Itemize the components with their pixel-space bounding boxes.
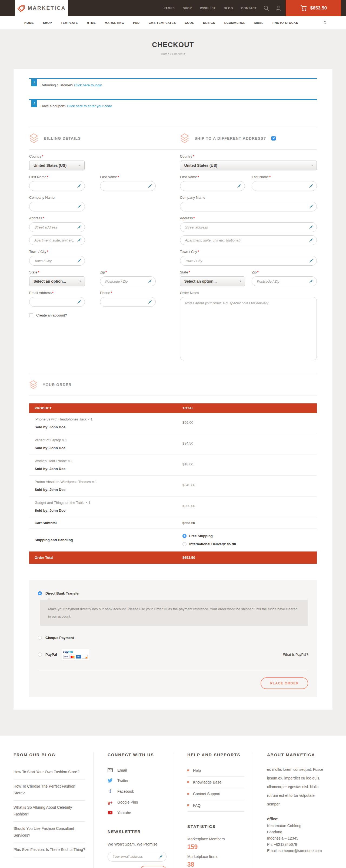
order-notes-textarea[interactable] [180,297,317,360]
coupon-notice: i Have a coupon? Click here to enter you… [29,99,317,112]
shipping-town-input[interactable] [180,256,317,266]
billing-first-name-input[interactable] [29,181,85,191]
topnav-shop[interactable]: SHOP [183,6,192,10]
help-link[interactable]: Help [187,765,245,777]
knowledge-base-link[interactable]: Knowladge Base [187,777,245,788]
shipping-first-name-input[interactable] [180,181,245,191]
pen-icon [237,184,241,188]
topnav-contact[interactable]: CONTACT [241,6,257,10]
billing-state-select[interactable]: Select an option... ▼ [29,276,85,286]
youtube-icon [108,811,113,815]
nav-html[interactable]: HTML [87,21,96,24]
shipping-apartment-input[interactable] [180,235,317,245]
breadcrumb-home[interactable]: Home [161,52,169,56]
search-icon[interactable] [263,5,269,11]
address-line: Email. someone@someone.com [267,848,324,854]
shipping-last-name-input[interactable] [252,181,317,191]
topnav-blog[interactable]: BLOG [224,6,233,10]
sign-up-button[interactable]: SIGN UP [140,866,167,868]
free-shipping-option[interactable]: Free Shipping [182,534,236,538]
topnav-pages[interactable]: PAGES [164,6,175,10]
billing-email-input[interactable] [29,297,85,307]
radio-icon[interactable] [38,636,42,640]
nav-psd[interactable]: PSD [133,21,139,24]
info-icon: i [31,100,37,107]
international-delivery-option[interactable]: International Delivery: $5.90 [182,542,236,546]
billing-country-select[interactable]: United States (US) ▼ [29,160,84,170]
nav-muse[interactable]: MUSE [254,21,264,24]
topnav-wishlist[interactable]: WISHLIST [200,6,216,10]
layers-icon [29,380,37,390]
youtube-link[interactable]: Youtube [108,808,165,818]
table-row: Gadget and Things on the Table × 1 Sold … [29,497,317,517]
create-account-checkbox[interactable] [29,313,33,317]
subtotal-value: $653.50 [182,521,195,525]
list-item[interactable]: How To Start Your Own Fashion Store? [13,765,85,780]
nav-code[interactable]: CODE [185,21,194,24]
billing-town-input[interactable] [29,256,85,266]
billing-last-name-input[interactable] [100,181,156,191]
pen-icon [77,238,81,242]
list-item[interactable]: What is So Alluring About Celebrity Fash… [13,801,85,822]
email-link[interactable]: Email [108,765,165,775]
user-account-icon[interactable] [275,5,281,11]
logo[interactable]: MARKETICA [15,0,68,16]
shipping-country-select[interactable]: United States (US) ▼ [180,160,317,170]
billing-phone-input[interactable] [100,297,156,307]
what-is-paypal-link[interactable]: What is PayPal? [283,653,308,656]
mastercard-icon [69,655,75,659]
radio-icon[interactable] [182,542,186,546]
product-name: Variant of Laptop × 1 [35,438,182,442]
place-order-button[interactable]: PLACE ORDER [261,677,308,689]
login-link[interactable]: Click here to login [74,83,102,87]
twitter-link[interactable]: Twitter [108,775,165,786]
nav-photo-stocks[interactable]: PHOTO STOCKS [273,21,298,24]
paypal-option[interactable]: PayPal PayPal VISA AMEX What is PayPal? [38,649,308,660]
shipping-state-select[interactable]: Select an option... ▼ [180,276,245,286]
nav-home[interactable]: HOME [24,21,34,24]
pen-icon [309,279,313,283]
facebook-link[interactable]: f Facebook [108,786,165,797]
contact-support-link[interactable]: Contact Support [187,788,245,800]
table-row: Proton Absolute Wordpress Themes × 1 Sol… [29,476,317,497]
pen-icon [309,184,313,188]
faq-link[interactable]: FAQ [187,800,245,812]
chevron-down-double-icon[interactable] [323,21,326,24]
nav-marketing[interactable]: MARKETING [105,21,124,24]
table-row: Variant of Laptop × 1 Sold by: John Doe … [29,434,317,455]
nav-cms-templates[interactable]: CMS TEMPLATES [149,21,176,24]
shipping-last-name-label: Last Name [252,175,269,179]
returning-customer-notice: i Returning customer? Click here to logi… [29,78,317,92]
nav-design[interactable]: DESIGN [203,21,215,24]
nav-template[interactable]: TEMPLATE [61,21,78,24]
bank-transfer-option[interactable]: Direct Bank Transfer [38,591,308,595]
billing-company-input[interactable] [29,202,85,212]
coupon-link[interactable]: Click here to enter your code [67,104,112,108]
paypal-cards-image: PayPal VISA AMEX [62,649,89,660]
nav-shop[interactable]: SHOP [43,21,52,24]
list-item[interactable]: Plus Size Fashion: Is There Such a Thing… [13,843,85,858]
nav-ecommerce[interactable]: ECOMMERCE [224,21,245,24]
radio-icon[interactable] [38,652,42,656]
billing-apartment-input[interactable] [29,235,85,245]
pen-icon [159,855,163,859]
cheque-payment-option[interactable]: Cheque Payment [38,636,308,640]
shipping-street-input[interactable] [180,222,317,232]
shipping-company-input[interactable] [180,202,317,212]
ship-different-address-checkbox[interactable] [271,136,276,141]
list-item[interactable]: How To Choose The Perfect Fashion Store? [13,779,85,801]
list-item[interactable]: Should You Use Fashion Consultant Servic… [13,822,85,843]
order-total-value: $653.50 [182,556,195,560]
radio-selected-icon[interactable] [182,534,186,538]
cart-button[interactable]: $653.50 [286,0,341,16]
divider [29,396,317,396]
pen-icon [309,258,313,262]
google-plus-link[interactable]: g+ Google Plus [108,797,165,808]
shipping-company-label: Company Name [180,195,205,199]
cart-icon [300,5,307,11]
shipping-zip-input[interactable] [252,276,317,286]
newsletter-email-input[interactable] [108,852,167,862]
billing-street-input[interactable] [29,222,85,232]
billing-zip-input[interactable] [100,276,156,286]
radio-selected-icon[interactable] [38,591,42,595]
